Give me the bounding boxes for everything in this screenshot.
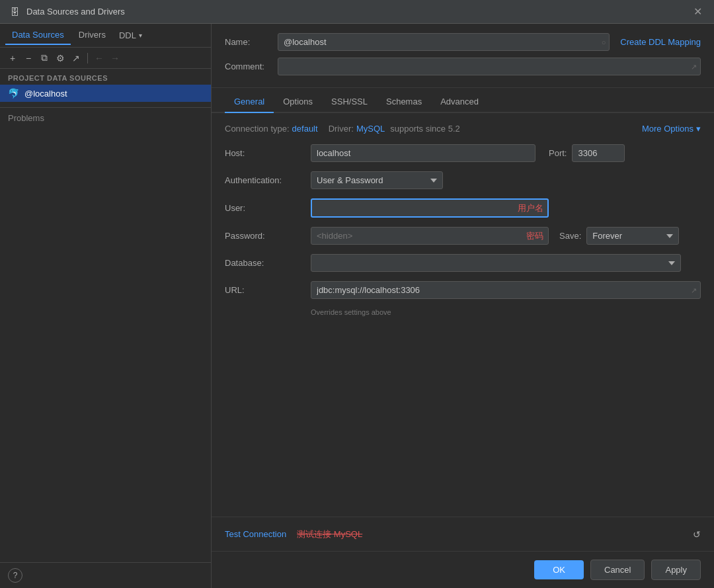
comment-input-wrap: ↗ bbox=[278, 58, 701, 75]
ddl-caret-icon: ▾ bbox=[139, 32, 142, 39]
tab-options[interactable]: Options bbox=[274, 91, 322, 113]
right-header: Name: ○ Create DDL Mapping Comment: ↗ bbox=[212, 24, 714, 88]
ok-button[interactable]: OK bbox=[534, 560, 584, 579]
toolbar: + − ⧉ ⚙ ↗ ← → bbox=[0, 48, 211, 69]
title-bar: 🗄 Data Sources and Drivers ✕ bbox=[0, 0, 714, 24]
name-input-icon: ○ bbox=[602, 38, 606, 46]
comment-label: Comment: bbox=[225, 62, 278, 71]
settings-button[interactable]: ⚙ bbox=[53, 51, 67, 65]
add-button[interactable]: + bbox=[5, 51, 20, 65]
conn-info-row: Connection type: default Driver: MySQL s… bbox=[225, 124, 701, 134]
forward-button[interactable]: → bbox=[108, 51, 122, 65]
refresh-icon[interactable]: ↺ bbox=[693, 529, 701, 540]
tab-ssh-ssl[interactable]: SSH/SSL bbox=[322, 91, 377, 113]
host-label: Host: bbox=[225, 148, 311, 158]
comment-row: Comment: ↗ bbox=[225, 58, 701, 75]
port-input[interactable] bbox=[572, 144, 625, 162]
database-select[interactable] bbox=[311, 254, 681, 272]
save-select[interactable]: Forever Until restart Never bbox=[586, 227, 679, 245]
url-input-wrap: ↗ bbox=[311, 281, 701, 299]
section-header: Project Data Sources bbox=[0, 69, 211, 85]
title-bar-text: Data Sources and Drivers bbox=[26, 7, 690, 17]
bottom-left: ? bbox=[0, 562, 211, 588]
right-content: Connection type: default Driver: MySQL s… bbox=[212, 113, 714, 517]
tab-advanced[interactable]: Advanced bbox=[431, 91, 488, 113]
tab-general[interactable]: General bbox=[225, 91, 274, 113]
comment-input[interactable] bbox=[278, 58, 701, 75]
cancel-button[interactable]: Cancel bbox=[590, 560, 645, 580]
tab-data-sources[interactable]: Data Sources bbox=[5, 26, 71, 45]
more-options-caret-icon: ▾ bbox=[696, 124, 701, 134]
url-label: URL: bbox=[225, 285, 311, 295]
database-input-wrap bbox=[311, 254, 701, 272]
create-ddl-link[interactable]: Create DDL Mapping bbox=[620, 37, 701, 47]
more-options-button[interactable]: More Options ▾ bbox=[642, 124, 701, 134]
apply-button[interactable]: Apply bbox=[651, 560, 701, 580]
auth-select[interactable]: User & Password No auth pgpass SSH tunne… bbox=[311, 171, 443, 189]
save-label: Save: bbox=[559, 231, 581, 241]
user-row: User: 用户名 bbox=[225, 198, 701, 218]
conn-type-label: Connection type: bbox=[225, 124, 290, 134]
close-button[interactable]: ✕ bbox=[690, 4, 706, 19]
tree-item-label: @localhost bbox=[24, 89, 67, 99]
driver-label: Driver: bbox=[329, 124, 354, 134]
test-connection-mysql-label: 测试连接 MySQL bbox=[297, 528, 362, 540]
url-hint: Overrides settings above bbox=[311, 308, 701, 316]
name-input[interactable] bbox=[278, 33, 610, 51]
tree-item-localhost[interactable]: 🐬 @localhost bbox=[0, 85, 211, 102]
url-input[interactable] bbox=[311, 281, 701, 299]
test-connection-button[interactable]: Test Connection bbox=[225, 529, 286, 539]
driver-value[interactable]: MySQL bbox=[356, 124, 385, 134]
comment-expand-icon: ↗ bbox=[691, 62, 697, 71]
name-input-wrap: ○ bbox=[278, 33, 610, 51]
mysql-icon: 🐬 bbox=[8, 88, 19, 99]
user-label: User: bbox=[225, 203, 311, 213]
copy-button[interactable]: ⧉ bbox=[37, 51, 52, 65]
auth-row: Authentication: User & Password No auth … bbox=[225, 171, 701, 189]
right-panel: Name: ○ Create DDL Mapping Comment: ↗ Ge… bbox=[212, 24, 714, 588]
name-label: Name: bbox=[225, 37, 278, 47]
main-layout: Data Sources Drivers DDL ▾ + − ⧉ ⚙ ↗ bbox=[0, 24, 714, 588]
url-expand-icon: ↗ bbox=[691, 286, 697, 295]
export-button[interactable]: ↗ bbox=[69, 51, 83, 65]
port-label: Port: bbox=[549, 148, 567, 158]
right-tabs: General Options SSH/SSL Schemas Advanced bbox=[212, 88, 714, 113]
url-row: URL: ↗ Overrides settings above bbox=[225, 281, 701, 316]
name-row: Name: ○ Create DDL Mapping bbox=[225, 33, 701, 51]
toolbar-separator bbox=[87, 53, 88, 63]
password-input[interactable] bbox=[311, 227, 549, 245]
app-icon: 🗄 bbox=[8, 5, 21, 19]
password-label: Password: bbox=[225, 231, 311, 241]
bottom-bar: Test Connection 测试连接 MySQL ↺ bbox=[212, 517, 714, 551]
tab-drivers[interactable]: Drivers bbox=[72, 26, 112, 45]
database-label: Database: bbox=[225, 258, 311, 268]
remove-button[interactable]: − bbox=[21, 51, 36, 65]
password-row: Password: 密码 Save: Forever Until restart… bbox=[225, 227, 701, 245]
driver-suffix: supports since 5.2 bbox=[390, 124, 460, 134]
back-button[interactable]: ← bbox=[92, 51, 106, 65]
left-panel: Data Sources Drivers DDL ▾ + − ⧉ ⚙ ↗ bbox=[0, 24, 212, 588]
left-tabs-row: Data Sources Drivers DDL ▾ bbox=[0, 24, 211, 48]
action-buttons: OK Cancel Apply bbox=[212, 551, 714, 588]
database-row: Database: bbox=[225, 254, 701, 272]
user-input[interactable] bbox=[311, 198, 549, 218]
help-button[interactable]: ? bbox=[8, 568, 22, 583]
problems-section: Problems bbox=[0, 107, 211, 126]
tab-ddl[interactable]: DDL ▾ bbox=[114, 26, 147, 44]
auth-label: Authentication: bbox=[225, 175, 311, 185]
conn-type-value[interactable]: default bbox=[292, 124, 318, 134]
host-row: Host: Port: bbox=[225, 144, 701, 162]
host-input[interactable] bbox=[311, 144, 536, 162]
tab-schemas[interactable]: Schemas bbox=[377, 91, 431, 113]
url-form-row: URL: ↗ bbox=[225, 281, 701, 299]
port-wrap: Port: bbox=[549, 144, 625, 162]
